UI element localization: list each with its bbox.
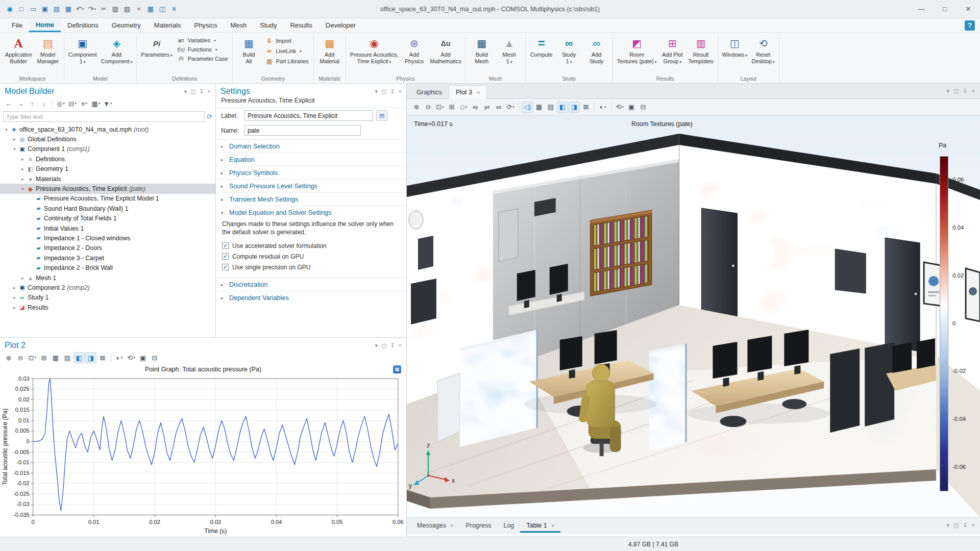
ribbon-button-result-templates[interactable]: ▥Result Templates bbox=[687, 34, 715, 65]
tree-expander-icon[interactable]: ▾ bbox=[19, 186, 26, 191]
checkbox-use-accelerated-solver-formulation[interactable]: ✓Use accelerated solver formulation bbox=[222, 240, 400, 251]
section-header-transient-mesh-settings[interactable]: ▸Transient Mesh Settings bbox=[216, 193, 406, 206]
tree-item-impedance-2-brick-wall[interactable]: ▰Impedance 2 - Brick Wall bbox=[0, 263, 215, 272]
view-xz-button[interactable]: xz bbox=[493, 102, 504, 113]
panel-menu-icon[interactable]: ▾ bbox=[375, 88, 378, 95]
zoom-extents-button[interactable]: ⊡▾ bbox=[27, 352, 38, 363]
name-field-input[interactable] bbox=[244, 125, 361, 136]
split-right-button[interactable]: ◨ bbox=[85, 352, 96, 363]
split-left-button[interactable]: ◧ bbox=[74, 352, 85, 363]
axis-limits-button[interactable]: ⊞ bbox=[38, 352, 50, 363]
close-panel-icon[interactable]: × bbox=[399, 342, 402, 349]
save-as-button[interactable]: ▤ bbox=[51, 3, 62, 15]
section-header-domain-selection[interactable]: ▸Domain Selection bbox=[216, 140, 406, 153]
close-button[interactable]: ✕ bbox=[957, 0, 980, 18]
print-plot-button[interactable]: ⊟ bbox=[638, 102, 649, 113]
ribbon-button-add-study[interactable]: ∞Add Study bbox=[583, 34, 610, 65]
tree-item-definitions[interactable]: ▸≡Definitions bbox=[0, 154, 215, 164]
tree-expander-icon[interactable]: ▾ bbox=[11, 146, 18, 152]
tree-item-sound-hard-boundary-wall-1[interactable]: ▰Sound Hard Boundary (Wall) 1 bbox=[0, 204, 215, 213]
filter-input[interactable] bbox=[3, 111, 205, 122]
checkbox-box[interactable]: ✓ bbox=[222, 242, 229, 249]
zoom-extents-button[interactable]: ⊡▾ bbox=[434, 102, 446, 113]
ribbon-button-parameters[interactable]: PiParameters▾ bbox=[139, 34, 174, 59]
redo-button[interactable]: ↷▾ bbox=[86, 3, 97, 15]
minimize-button[interactable]: — bbox=[910, 0, 933, 18]
rotate-view-button[interactable]: ⟳▾ bbox=[505, 102, 516, 113]
skybox-button[interactable]: ◨ bbox=[569, 102, 580, 113]
transparency-button[interactable]: ◐▾ bbox=[114, 352, 125, 363]
menu-item-study[interactable]: Study bbox=[253, 18, 283, 32]
close-panel-icon[interactable]: × bbox=[972, 522, 975, 529]
tree-expander-icon[interactable]: ▸ bbox=[19, 276, 26, 281]
float-panel-icon[interactable]: ◫ bbox=[953, 522, 959, 529]
tree-item-impedance-2-doors[interactable]: ▰Impedance 2 - Doors bbox=[0, 243, 215, 253]
ribbon-button-add-mathematics[interactable]: ΔuAdd Mathematics bbox=[428, 34, 462, 65]
section-header-discretization[interactable]: ▸Discretization bbox=[216, 278, 406, 291]
panel-menu-icon[interactable]: ▾ bbox=[946, 522, 949, 529]
panel-menu-icon[interactable]: ▾ bbox=[375, 342, 378, 349]
float-panel-icon[interactable]: ◫ bbox=[953, 88, 959, 94]
pin-panel-icon[interactable]: ↧ bbox=[199, 88, 204, 95]
label-field-input[interactable] bbox=[244, 110, 373, 121]
compact-history-button[interactable]: ▦ bbox=[63, 3, 74, 15]
menu-item-developer[interactable]: Developer bbox=[319, 18, 362, 32]
show-button[interactable]: ◎▾ bbox=[55, 98, 66, 109]
ribbon-button-import[interactable]: ⇩Import bbox=[263, 37, 310, 45]
checkbox-compute-residual-on-gpu[interactable]: ✓Compute residual on GPU bbox=[222, 251, 400, 262]
filter-tree-button[interactable]: ▼▾ bbox=[102, 98, 113, 109]
open-model-button[interactable]: ▭ bbox=[28, 3, 39, 15]
menu-item-definitions[interactable]: Definitions bbox=[61, 18, 105, 32]
graphics-canvas[interactable]: z y x Time=0.017 s Room Textures (pate) … bbox=[407, 115, 980, 517]
tab-messages[interactable]: Messages× bbox=[411, 519, 459, 533]
ribbon-button-component-1[interactable]: ▣Component 1▾ bbox=[67, 34, 99, 66]
pin-panel-icon[interactable]: ↧ bbox=[390, 88, 395, 95]
menu-item-file[interactable]: File bbox=[5, 18, 29, 32]
ribbon-button-windows[interactable]: ◫Windows▾ bbox=[721, 34, 749, 59]
tree-item-pressure-acoustics-time-explicit-model-1[interactable]: ▰Pressure Acoustics, Time Explicit Model… bbox=[0, 194, 215, 204]
panel-menu-icon[interactable]: ▾ bbox=[946, 88, 949, 94]
forward-button[interactable]: → bbox=[15, 98, 26, 109]
tree-item-study-1[interactable]: ▸∞Study 1 bbox=[0, 293, 215, 303]
point-graph-chart[interactable]: 00.010.020.030.040.050.060.030.0250.020.… bbox=[0, 374, 406, 537]
ribbon-button-model-manager[interactable]: ▤Model Manager bbox=[35, 34, 61, 65]
close-panel-icon[interactable]: × bbox=[972, 88, 975, 94]
section-header-sound-pressure-level-settings[interactable]: ▸Sound Pressure Level Settings bbox=[216, 180, 406, 192]
checkbox-box[interactable]: ✓ bbox=[222, 253, 229, 260]
tab-progress[interactable]: Progress bbox=[459, 519, 497, 533]
pin-panel-icon[interactable]: ↧ bbox=[963, 88, 967, 94]
tree-expander-icon[interactable]: ▸ bbox=[11, 295, 18, 300]
delete-button[interactable]: × bbox=[133, 3, 144, 15]
tree-item-initial-values-1[interactable]: ▰Initial Values 1 bbox=[0, 223, 215, 233]
checkbox-box[interactable]: ✓ bbox=[222, 264, 229, 270]
color-theme-button[interactable]: ◐▾ bbox=[597, 102, 608, 113]
image-snapshot-button[interactable]: ▣ bbox=[626, 102, 637, 113]
environment-reflection-button[interactable]: ◧ bbox=[557, 102, 568, 113]
tab-table-1[interactable]: Table 1× bbox=[520, 519, 560, 533]
tab-graphics[interactable]: Graphics bbox=[410, 86, 449, 98]
lock-view-button[interactable]: ⊠ bbox=[580, 102, 592, 113]
tree-item-geometry-1[interactable]: ▸◧Geometry 1 bbox=[0, 164, 215, 174]
menu-item-materials[interactable]: Materials bbox=[148, 18, 188, 32]
menu-item-physics[interactable]: Physics bbox=[188, 18, 224, 32]
pin-panel-icon[interactable]: ↧ bbox=[963, 522, 967, 529]
float-panel-icon[interactable]: ◫ bbox=[190, 88, 195, 95]
menu-item-geometry[interactable]: Geometry bbox=[105, 18, 148, 32]
plot-info-button[interactable]: ▦ bbox=[393, 365, 401, 373]
table-window-button[interactable]: ▦ bbox=[145, 3, 156, 15]
menu-item-results[interactable]: Results bbox=[283, 18, 318, 32]
tree-item-impedance-1-closed-windows[interactable]: ▰Impedance 1 - Closed windows bbox=[0, 233, 215, 243]
ribbon-button-study-1[interactable]: ∞Study 1▾ bbox=[556, 34, 582, 66]
zoom-box-button[interactable]: ⊞ bbox=[446, 102, 457, 113]
menu-item-home[interactable]: Home bbox=[29, 18, 61, 32]
legends-button[interactable]: ▤ bbox=[62, 352, 73, 363]
section-header-equation[interactable]: ▸Equation bbox=[216, 153, 406, 166]
move-down-button[interactable]: ↓ bbox=[38, 98, 50, 109]
tree-item-component-2[interactable]: ▸▣Component 2(comp2) bbox=[0, 283, 215, 292]
tree-item-pressure-acoustics-time-explicit[interactable]: ▾◉Pressure Acoustics, Time Explicit(pate… bbox=[0, 184, 215, 193]
help-button[interactable]: ? bbox=[965, 20, 975, 31]
ribbon-button-build-all[interactable]: ▦Build All bbox=[235, 34, 262, 65]
pin-panel-icon[interactable]: ↧ bbox=[390, 342, 395, 349]
cut-button[interactable]: ✂ bbox=[98, 3, 109, 15]
grid-button[interactable]: ▦ bbox=[50, 352, 61, 363]
